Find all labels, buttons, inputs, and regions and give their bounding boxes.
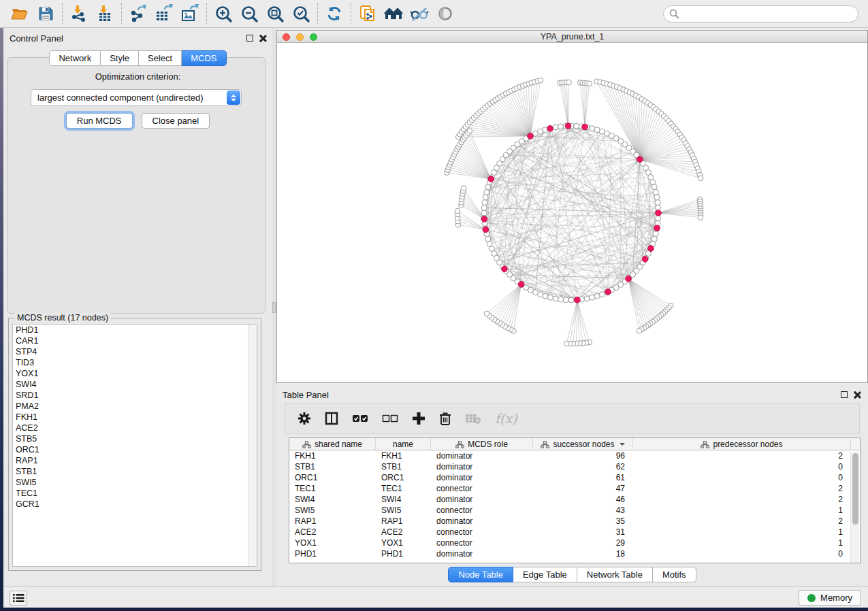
network-node[interactable] bbox=[652, 184, 657, 190]
network-dominator-node[interactable] bbox=[654, 225, 660, 231]
network-node[interactable] bbox=[599, 292, 605, 297]
task-history-button[interactable] bbox=[10, 591, 27, 606]
close-panel-button[interactable]: Close panel bbox=[142, 113, 210, 129]
network-node[interactable] bbox=[574, 123, 579, 129]
tab-style[interactable]: Style bbox=[101, 50, 139, 66]
network-node[interactable] bbox=[461, 186, 466, 191]
window-zoom-icon[interactable] bbox=[310, 33, 317, 41]
tab-network[interactable]: Network bbox=[49, 50, 101, 66]
mcds-result-item[interactable]: PHD1 bbox=[13, 325, 257, 335]
mcds-result-item[interactable]: CAR1 bbox=[13, 335, 257, 346]
table-row[interactable]: PHD1PHD1dominator180 bbox=[289, 548, 860, 559]
node-table[interactable]: shared namenameMCDS rolesuccessor nodesp… bbox=[289, 437, 861, 563]
search-field[interactable] bbox=[663, 5, 858, 22]
mcds-result-list[interactable]: PHD1CAR1STP4TID3YOX1SWI4SRD1PMA2FKH1ACE2… bbox=[12, 324, 257, 567]
network-node[interactable] bbox=[482, 200, 487, 205]
close-panel-icon[interactable] bbox=[259, 34, 267, 42]
table-row[interactable]: TEC1TEC1connector472 bbox=[289, 483, 860, 494]
table-row[interactable]: SWI5SWI5connector431 bbox=[289, 505, 860, 516]
network-dominator-node[interactable] bbox=[547, 126, 553, 132]
network-dominator-node[interactable] bbox=[648, 246, 654, 252]
zoom-in-button[interactable] bbox=[210, 2, 236, 25]
network-dominator-node[interactable] bbox=[483, 227, 489, 233]
tab-motifs[interactable]: Motifs bbox=[653, 567, 696, 582]
network-node[interactable] bbox=[656, 205, 661, 210]
mcds-result-item[interactable]: TEC1 bbox=[13, 488, 257, 499]
mcds-result-item[interactable]: TID3 bbox=[13, 357, 257, 368]
network-node[interactable] bbox=[455, 208, 460, 214]
network-node[interactable] bbox=[698, 176, 703, 181]
network-dominator-node[interactable] bbox=[637, 156, 643, 163]
network-node[interactable] bbox=[481, 210, 487, 216]
column-header-predecessor-nodes[interactable]: predecessor nodes bbox=[633, 438, 851, 450]
network-window-titlebar[interactable]: YPA_prune.txt_1 bbox=[277, 31, 867, 43]
network-node[interactable] bbox=[481, 205, 487, 210]
network-node[interactable] bbox=[538, 78, 543, 83]
network-node[interactable] bbox=[654, 195, 660, 200]
network-node[interactable] bbox=[566, 80, 572, 85]
tab-edge-table[interactable]: Edge Table bbox=[513, 567, 577, 582]
mcds-result-item[interactable]: FKH1 bbox=[13, 412, 257, 423]
network-node[interactable] bbox=[558, 297, 564, 302]
export-network-button[interactable] bbox=[125, 2, 151, 25]
table-row[interactable]: FKH1FKH1dominator962 bbox=[289, 450, 860, 461]
network-node[interactable] bbox=[656, 216, 661, 221]
network-from-clipboard-button[interactable] bbox=[355, 2, 381, 25]
table-row[interactable]: YOX1YOX1connector291 bbox=[289, 538, 860, 548]
mcds-result-item[interactable]: ACE2 bbox=[13, 423, 257, 433]
criterion-dropdown[interactable]: largest connected component (undirected) bbox=[31, 89, 242, 106]
select-all-rows-button[interactable] bbox=[352, 414, 368, 423]
network-node[interactable] bbox=[483, 195, 488, 200]
network-node[interactable] bbox=[485, 184, 491, 190]
table-row[interactable]: ACE2ACE2connector311 bbox=[289, 527, 860, 538]
show-columns-button[interactable] bbox=[325, 412, 338, 425]
network-node[interactable] bbox=[590, 295, 595, 300]
tab-node-table[interactable]: Node Table bbox=[448, 567, 513, 582]
show-details-button[interactable] bbox=[432, 2, 458, 25]
network-node[interactable] bbox=[653, 189, 658, 195]
network-dominator-node[interactable] bbox=[565, 123, 571, 129]
column-header-MCDS-role[interactable]: MCDS role bbox=[431, 438, 533, 450]
network-node[interactable] bbox=[538, 129, 543, 134]
hide-details-button[interactable] bbox=[406, 2, 432, 25]
network-node[interactable] bbox=[485, 236, 491, 242]
deselect-all-rows-button[interactable] bbox=[382, 414, 398, 423]
mcds-result-item[interactable]: RAP1 bbox=[13, 455, 257, 466]
network-dominator-node[interactable] bbox=[656, 210, 662, 216]
open-file-button[interactable] bbox=[7, 2, 33, 25]
network-node[interactable] bbox=[553, 125, 558, 130]
mcds-result-item[interactable]: GCR1 bbox=[13, 499, 257, 510]
mcds-result-item[interactable]: SWI5 bbox=[13, 477, 257, 488]
network-node[interactable] bbox=[594, 293, 600, 299]
mcds-result-item[interactable]: SWI4 bbox=[13, 379, 257, 390]
import-table-button[interactable] bbox=[92, 2, 118, 25]
network-node[interactable] bbox=[543, 293, 548, 299]
mcds-result-item[interactable]: STP4 bbox=[13, 346, 257, 357]
tab-network-table[interactable]: Network Table bbox=[577, 567, 653, 582]
zoom-fit-button[interactable] bbox=[262, 2, 288, 25]
network-dominator-node[interactable] bbox=[481, 216, 487, 222]
network-node[interactable] bbox=[467, 128, 472, 133]
network-node[interactable] bbox=[655, 200, 660, 205]
save-button[interactable] bbox=[33, 2, 59, 25]
mcds-result-item[interactable]: ORC1 bbox=[13, 444, 257, 455]
network-graph[interactable] bbox=[277, 43, 867, 382]
network-dominator-node[interactable] bbox=[626, 276, 632, 282]
network-node[interactable] bbox=[650, 180, 656, 185]
network-node[interactable] bbox=[594, 127, 600, 133]
network-canvas[interactable] bbox=[277, 43, 867, 382]
window-close-icon[interactable] bbox=[283, 33, 290, 41]
mcds-result-item[interactable]: SRD1 bbox=[13, 390, 257, 401]
network-dominator-node[interactable] bbox=[642, 257, 648, 263]
table-row[interactable]: ORC1ORC1dominator610 bbox=[289, 472, 860, 483]
table-scrollbar-thumb[interactable] bbox=[852, 453, 858, 525]
mcds-result-item[interactable]: STB5 bbox=[13, 433, 257, 444]
network-node[interactable] bbox=[563, 297, 568, 303]
column-header-name[interactable]: name bbox=[376, 438, 431, 450]
table-scrollbar[interactable] bbox=[850, 452, 859, 563]
network-node[interactable] bbox=[653, 231, 658, 237]
network-node[interactable] bbox=[584, 296, 590, 301]
search-input[interactable] bbox=[684, 10, 852, 19]
network-node[interactable] bbox=[558, 124, 564, 129]
column-header-shared-name[interactable]: shared name bbox=[289, 438, 376, 450]
